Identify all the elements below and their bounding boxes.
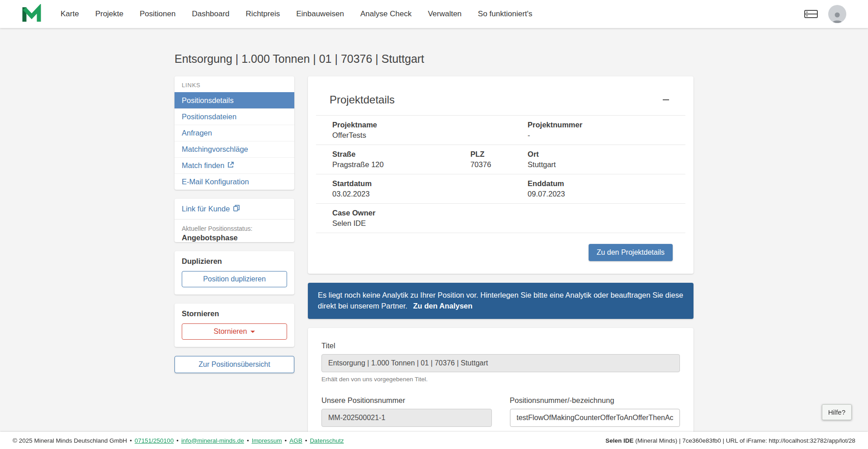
- nav-item-so-funktionierts[interactable]: So funktioniert's: [478, 9, 532, 19]
- ort-cell: Ort Stuttgart: [528, 150, 669, 169]
- main-content: Projektdetails Projektname OfferTests Pr…: [308, 76, 693, 449]
- footer-datenschutz-link[interactable]: Datenschutz: [310, 437, 344, 444]
- sidebar-item-label: Match finden: [182, 161, 224, 170]
- titel-input: [321, 354, 680, 372]
- nav-item-analyse-check[interactable]: Analyse Check: [360, 9, 411, 19]
- projektnummer-cell: Projektnummer -: [528, 121, 669, 140]
- footer: © 2025 Mineral Minds Deutschland GmbH • …: [0, 432, 868, 449]
- cancel-button-label: Stornieren: [214, 327, 247, 336]
- customer-link[interactable]: Link für Kunde: [175, 199, 294, 220]
- footer-session-details: (Mineral Minds) | 7ce360e83fb0 | URL of …: [633, 437, 855, 444]
- bezeichnung-label: Positionsnummer/-bezeichnung: [510, 396, 680, 405]
- server-icon[interactable]: [804, 9, 818, 19]
- footer-user-name: Selen IDE: [605, 437, 633, 444]
- project-details-card: Projektdetails Projektname OfferTests Pr…: [308, 76, 693, 274]
- analyses-link[interactable]: Zu den Analysen: [413, 302, 472, 310]
- duplicate-position-button[interactable]: Position duplizieren: [182, 271, 287, 287]
- sidebar-item-positionsdetails[interactable]: Positionsdetails: [175, 92, 294, 108]
- analytics-banner: Es liegt noch keine Analytik zu Ihrer Po…: [308, 283, 693, 319]
- footer-separator: •: [305, 437, 307, 444]
- footer-phone-link[interactable]: 07151/250100: [135, 437, 174, 444]
- enddatum-cell: Enddatum 09.07.2023: [528, 179, 669, 198]
- user-avatar[interactable]: [828, 5, 846, 23]
- startdatum-cell: Startdatum 03.02.2023: [332, 179, 528, 198]
- titel-label: Titel: [321, 341, 680, 350]
- position-status-value: Angebotsphase: [182, 234, 287, 242]
- caret-down-icon: [250, 331, 255, 333]
- sidebar-item-anfragen[interactable]: Anfragen: [175, 125, 294, 141]
- external-link-icon: [227, 161, 234, 170]
- positionsnummer-label: Unsere Positionsnummer: [321, 396, 492, 405]
- position-overview-button[interactable]: Zur Positionsübersicht: [175, 356, 294, 373]
- main-navigation: Karte Projekte Positionen Dashboard Rich…: [61, 9, 533, 19]
- sidebar-item-positionsdateien[interactable]: Positionsdateien: [175, 108, 294, 125]
- plz-cell: PLZ 70376: [470, 150, 528, 169]
- table-row: Case Owner Selen IDE: [316, 204, 685, 233]
- nav-item-verwalten[interactable]: Verwalten: [428, 9, 462, 19]
- titel-field-group: Titel Erhält den von uns vorgegebenen Ti…: [321, 341, 680, 383]
- page-title: Entsorgung | 1.000 Tonnen | 01 | 70376 |…: [175, 52, 693, 65]
- project-details-button[interactable]: Zu den Projektdetails: [589, 244, 673, 261]
- strasse-cell: Straße Pragstraße 120: [332, 150, 470, 169]
- nav-item-positionen[interactable]: Positionen: [140, 9, 175, 19]
- duplicate-header: Duplizieren: [182, 257, 287, 266]
- logo-icon: [22, 4, 42, 24]
- cancel-dropdown-button[interactable]: Stornieren: [182, 323, 287, 340]
- footer-session-info: Selen IDE (Mineral Minds) | 7ce360e83fb0…: [605, 437, 855, 444]
- banner-text: Es liegt noch keine Analytik zu Ihrer Po…: [318, 291, 683, 310]
- footer-separator: •: [284, 437, 287, 444]
- help-button[interactable]: Hilfe?: [822, 404, 852, 420]
- minus-icon: [663, 99, 669, 101]
- collapse-button[interactable]: [660, 97, 672, 103]
- nav-item-projekte[interactable]: Projekte: [95, 9, 123, 19]
- nav-item-karte[interactable]: Karte: [61, 9, 79, 19]
- position-form-card: Titel Erhält den von uns vorgegebenen Ti…: [308, 328, 693, 449]
- footer-agb-link[interactable]: AGB: [289, 437, 302, 444]
- project-details-title: Projektdetails: [330, 94, 395, 106]
- cancel-card: Stornieren Stornieren: [175, 304, 294, 347]
- positionsnummer-input: [321, 409, 492, 427]
- table-row: Startdatum 03.02.2023 Enddatum 09.07.202…: [316, 174, 685, 204]
- projektname-cell: Projektname OfferTests: [332, 121, 528, 140]
- sidebar-item-match-finden[interactable]: Match finden: [175, 157, 294, 173]
- copy-icon: [233, 205, 240, 213]
- footer-impressum-link[interactable]: Impressum: [252, 437, 282, 444]
- top-navbar: Karte Projekte Positionen Dashboard Rich…: [0, 0, 868, 28]
- links-header: LINKS: [175, 76, 294, 92]
- table-row: Straße Pragstraße 120 PLZ 70376 Ort Stut…: [316, 145, 685, 174]
- footer-separator: •: [130, 437, 132, 444]
- footer-email-link[interactable]: info@mineral-minds.de: [181, 437, 244, 444]
- bezeichnung-input[interactable]: [510, 409, 680, 427]
- nav-item-richtpreis[interactable]: Richtpreis: [246, 9, 280, 19]
- footer-separator: •: [247, 437, 249, 444]
- table-row: Projektname OfferTests Projektnummer -: [316, 116, 685, 145]
- sidebar-item-matchingvorschlaege[interactable]: Matchingvorschläge: [175, 141, 294, 157]
- status-card: Link für Kunde Aktueller Positionsstatus…: [175, 199, 294, 242]
- duplicate-card: Duplizieren Position duplizieren: [175, 251, 294, 295]
- project-details-table: Projektname OfferTests Projektnummer - S…: [316, 115, 685, 233]
- sidebar: LINKS Positionsdetails Positionsdateien …: [175, 76, 294, 373]
- footer-copyright: © 2025 Mineral Minds Deutschland GmbH: [13, 437, 127, 444]
- sidebar-item-email-konfiguration[interactable]: E-Mail Konfiguration: [175, 173, 294, 190]
- sidebar-links-card: LINKS Positionsdetails Positionsdateien …: [175, 76, 294, 190]
- mineral-minds-logo[interactable]: [22, 4, 42, 24]
- user-avatar-icon: [831, 10, 844, 23]
- cancel-header: Stornieren: [182, 309, 287, 318]
- customer-link-label: Link für Kunde: [182, 205, 230, 213]
- case-owner-cell: Case Owner Selen IDE: [332, 209, 669, 228]
- titel-helper: Erhält den von uns vorgegebenen Titel.: [321, 376, 680, 383]
- footer-separator: •: [176, 437, 179, 444]
- position-status-label: Aktueller Positionsstatus:: [182, 225, 287, 232]
- nav-item-einbauweisen[interactable]: Einbauweisen: [296, 9, 344, 19]
- nav-item-dashboard[interactable]: Dashboard: [192, 9, 229, 19]
